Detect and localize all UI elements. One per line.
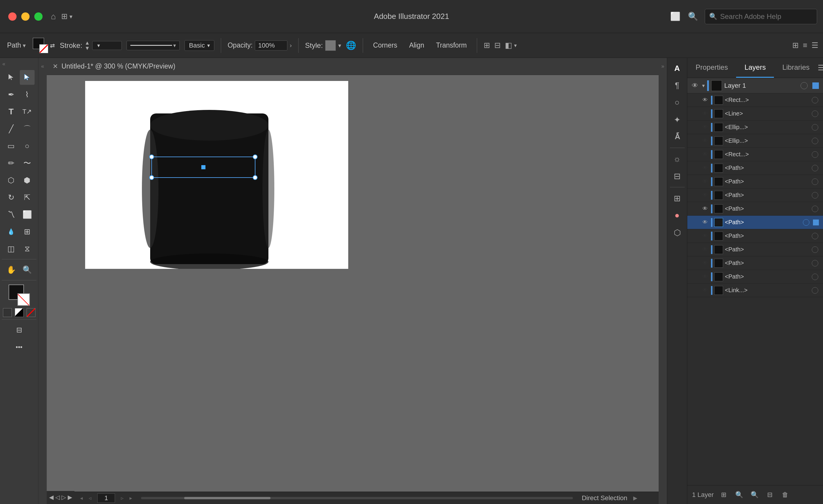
- transform-icon[interactable]: ⊞: [484, 41, 490, 50]
- page-number-input[interactable]: [97, 493, 115, 503]
- nav-icon-2[interactable]: ◃: [89, 495, 91, 501]
- canvas-area[interactable]: ◀ ◁ ▷ ▶ 300% ▾ ◂ ◃ ▹ ▸ Direct Selection: [47, 75, 667, 504]
- touch-type-tool[interactable]: T↗: [20, 104, 35, 119]
- swap-icon[interactable]: ⇄: [50, 42, 55, 49]
- delete-layer-btn[interactable]: 🗑: [780, 490, 791, 500]
- blend-tool[interactable]: ⧖: [20, 241, 35, 256]
- stroke-swatch[interactable]: [39, 44, 48, 53]
- mesh-tool[interactable]: ⊞: [20, 224, 35, 239]
- direct-selection-tool[interactable]: [20, 70, 35, 85]
- layer-item-2[interactable]: 👁 <Ellip...>: [687, 120, 823, 134]
- nav-icon-4[interactable]: ▸: [130, 495, 132, 501]
- home-icon[interactable]: ⌂: [51, 12, 56, 21]
- doc-tab-close[interactable]: ✕: [53, 63, 58, 70]
- warp-tool[interactable]: 〽: [4, 207, 19, 222]
- eye-12[interactable]: 👁: [701, 259, 709, 267]
- layer-item-10[interactable]: 👁 <Path>: [687, 229, 823, 243]
- color-mode-gradient[interactable]: [15, 308, 24, 317]
- props-paragraph-icon[interactable]: ¶: [670, 78, 685, 93]
- eye-9[interactable]: 👁: [701, 218, 709, 227]
- eye-14[interactable]: 👁: [701, 286, 709, 294]
- hand-tool[interactable]: ✋: [4, 262, 19, 277]
- handle-bl[interactable]: [149, 175, 154, 180]
- page-next-icon[interactable]: ▶: [68, 494, 72, 501]
- eye-3[interactable]: 👁: [701, 137, 709, 145]
- layer-item-5[interactable]: 👁 <Path>: [687, 161, 823, 175]
- handle-tr[interactable]: [253, 155, 258, 159]
- pen-tool[interactable]: ✒: [4, 87, 19, 102]
- opacity-value[interactable]: 100%: [255, 40, 287, 50]
- layer-item-4[interactable]: 👁 <Rect...>: [687, 148, 823, 161]
- type-tool[interactable]: T: [4, 104, 19, 119]
- panel-fit-btn[interactable]: ⊟: [765, 490, 775, 500]
- horizontal-scrollbar[interactable]: [141, 497, 573, 499]
- layer-item-0[interactable]: 👁 <Rect...>: [687, 93, 823, 107]
- stroke-value[interactable]: ▾: [92, 41, 122, 50]
- props-color-icon[interactable]: ●: [670, 208, 685, 223]
- props-type-icon[interactable]: A: [670, 61, 685, 76]
- scale-tool[interactable]: ⇱: [20, 190, 35, 205]
- path-dropdown-icon[interactable]: ▾: [23, 42, 26, 49]
- nav-icon-3[interactable]: ▹: [121, 495, 124, 501]
- line-tool[interactable]: ╱: [4, 121, 19, 136]
- smooth-tool[interactable]: 〜: [20, 156, 35, 171]
- eye-1[interactable]: 👁: [701, 109, 709, 118]
- opacity-more-icon[interactable]: ›: [290, 42, 292, 49]
- arc-tool[interactable]: ⌒: [20, 121, 35, 136]
- layer-group-header[interactable]: 👁 ▾ Layer 1: [687, 78, 823, 93]
- eye-8[interactable]: 👁: [701, 205, 709, 213]
- pencil-tool[interactable]: ✏: [4, 156, 19, 171]
- left-collapse-icon[interactable]: «: [40, 62, 45, 71]
- page-next2-icon[interactable]: ▷: [61, 494, 66, 501]
- search-input[interactable]: [720, 12, 813, 21]
- handle-br[interactable]: [253, 175, 258, 180]
- layer-group-target[interactable]: [801, 82, 808, 89]
- page-prev2-icon[interactable]: ◁: [55, 494, 60, 501]
- color-mode-normal[interactable]: [3, 308, 12, 317]
- layer-item-11[interactable]: 👁 <Path>: [687, 243, 823, 256]
- style-swatch[interactable]: [325, 40, 336, 51]
- props-grid-icon[interactable]: ⊞: [670, 191, 685, 206]
- stroke-color-swatch[interactable]: [17, 293, 30, 306]
- artboard-tool[interactable]: ⊟: [12, 323, 27, 337]
- fill-stroke-swatches[interactable]: [33, 38, 48, 53]
- layer-item-7[interactable]: 👁 <Path>: [687, 189, 823, 202]
- fullscreen-button[interactable]: [34, 12, 42, 21]
- list-view-icon[interactable]: ≡: [803, 41, 807, 50]
- tab-properties[interactable]: Properties: [687, 58, 736, 78]
- layer-group-eye[interactable]: 👁: [690, 81, 700, 90]
- panel-menu-icon[interactable]: ☰: [818, 58, 823, 78]
- layer-item-12[interactable]: 👁 <Path>: [687, 256, 823, 270]
- eye-10[interactable]: 👁: [701, 232, 709, 240]
- zoom-tool[interactable]: 🔍: [20, 262, 35, 277]
- new-layer-btn[interactable]: ⊞: [718, 490, 729, 500]
- props-graphic-icon[interactable]: ✦: [670, 112, 685, 127]
- eyedropper-tool[interactable]: 💧: [4, 224, 19, 239]
- layer-item-6[interactable]: 👁 <Path>: [687, 175, 823, 189]
- props-sun-icon[interactable]: ☼: [670, 152, 685, 166]
- props-align-icon[interactable]: ⊟: [670, 169, 685, 184]
- nav-icon-1[interactable]: ◂: [80, 495, 83, 501]
- props-glyph-icon[interactable]: A̋: [670, 130, 685, 144]
- layer-item-9[interactable]: 👁 <Path>: [687, 216, 823, 229]
- color-mode-none[interactable]: [27, 308, 35, 317]
- basic-style[interactable]: Basic ▾: [184, 40, 214, 51]
- layout-icon[interactable]: ⊞▾: [61, 12, 72, 21]
- eye-11[interactable]: 👁: [701, 246, 709, 254]
- layer-group-arrow[interactable]: ▾: [702, 82, 705, 89]
- eye-2[interactable]: 👁: [701, 123, 709, 132]
- paintbucket-tool[interactable]: ⬡: [4, 173, 19, 188]
- close-button[interactable]: [8, 12, 17, 21]
- layer-item-3[interactable]: 👁 <Ellip...>: [687, 134, 823, 148]
- menu-icon[interactable]: ☰: [811, 41, 818, 50]
- corners-button[interactable]: Corners: [369, 40, 401, 50]
- free-transform-tool[interactable]: ⬜: [20, 207, 35, 222]
- stroke-stepper[interactable]: ▲ ▼: [85, 40, 90, 51]
- eye-0[interactable]: 👁: [701, 96, 709, 104]
- panel-zoom-in-btn[interactable]: 🔍: [734, 490, 745, 500]
- eye-13[interactable]: 👁: [701, 273, 709, 281]
- eye-7[interactable]: 👁: [701, 191, 709, 199]
- align-icon[interactable]: ⊟: [494, 41, 501, 50]
- rotate-tool[interactable]: ↻: [4, 190, 19, 205]
- fg-bg-swatches[interactable]: [9, 284, 30, 306]
